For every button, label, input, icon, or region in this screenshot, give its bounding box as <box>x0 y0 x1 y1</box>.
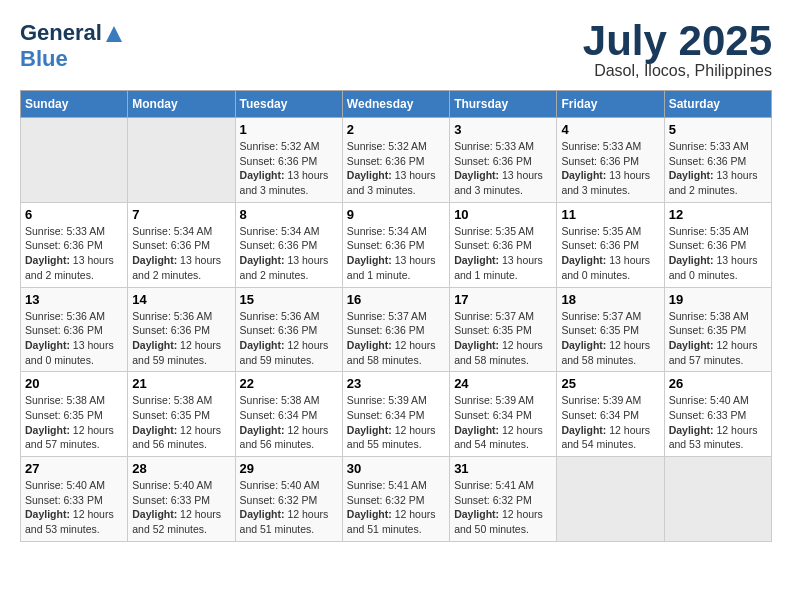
day-info: Sunrise: 5:33 AMSunset: 6:36 PMDaylight:… <box>454 139 552 198</box>
calendar-cell <box>664 457 771 542</box>
calendar-table: SundayMondayTuesdayWednesdayThursdayFrid… <box>20 90 772 542</box>
day-info: Sunrise: 5:35 AMSunset: 6:36 PMDaylight:… <box>561 224 659 283</box>
calendar-cell <box>557 457 664 542</box>
weekday-header-friday: Friday <box>557 91 664 118</box>
calendar-cell: 5Sunrise: 5:33 AMSunset: 6:36 PMDaylight… <box>664 118 771 203</box>
day-number: 3 <box>454 122 552 137</box>
calendar-cell: 25Sunrise: 5:39 AMSunset: 6:34 PMDayligh… <box>557 372 664 457</box>
calendar-cell: 30Sunrise: 5:41 AMSunset: 6:32 PMDayligh… <box>342 457 449 542</box>
title-block: July 2025 Dasol, Ilocos, Philippines <box>583 20 772 80</box>
day-info: Sunrise: 5:38 AMSunset: 6:35 PMDaylight:… <box>669 309 767 368</box>
day-number: 4 <box>561 122 659 137</box>
calendar-cell: 29Sunrise: 5:40 AMSunset: 6:32 PMDayligh… <box>235 457 342 542</box>
day-number: 1 <box>240 122 338 137</box>
weekday-header-tuesday: Tuesday <box>235 91 342 118</box>
day-number: 26 <box>669 376 767 391</box>
calendar-cell: 23Sunrise: 5:39 AMSunset: 6:34 PMDayligh… <box>342 372 449 457</box>
weekday-header-row: SundayMondayTuesdayWednesdayThursdayFrid… <box>21 91 772 118</box>
calendar-cell: 13Sunrise: 5:36 AMSunset: 6:36 PMDayligh… <box>21 287 128 372</box>
calendar-cell: 3Sunrise: 5:33 AMSunset: 6:36 PMDaylight… <box>450 118 557 203</box>
day-number: 6 <box>25 207 123 222</box>
day-info: Sunrise: 5:32 AMSunset: 6:36 PMDaylight:… <box>240 139 338 198</box>
day-info: Sunrise: 5:41 AMSunset: 6:32 PMDaylight:… <box>454 478 552 537</box>
day-number: 31 <box>454 461 552 476</box>
day-number: 7 <box>132 207 230 222</box>
day-number: 20 <box>25 376 123 391</box>
day-info: Sunrise: 5:33 AMSunset: 6:36 PMDaylight:… <box>561 139 659 198</box>
calendar-cell: 15Sunrise: 5:36 AMSunset: 6:36 PMDayligh… <box>235 287 342 372</box>
day-info: Sunrise: 5:36 AMSunset: 6:36 PMDaylight:… <box>240 309 338 368</box>
calendar-cell: 22Sunrise: 5:38 AMSunset: 6:34 PMDayligh… <box>235 372 342 457</box>
day-info: Sunrise: 5:34 AMSunset: 6:36 PMDaylight:… <box>240 224 338 283</box>
calendar-cell: 24Sunrise: 5:39 AMSunset: 6:34 PMDayligh… <box>450 372 557 457</box>
week-row-2: 6Sunrise: 5:33 AMSunset: 6:36 PMDaylight… <box>21 202 772 287</box>
weekday-header-saturday: Saturday <box>664 91 771 118</box>
calendar-cell: 7Sunrise: 5:34 AMSunset: 6:36 PMDaylight… <box>128 202 235 287</box>
calendar-cell: 19Sunrise: 5:38 AMSunset: 6:35 PMDayligh… <box>664 287 771 372</box>
day-info: Sunrise: 5:40 AMSunset: 6:32 PMDaylight:… <box>240 478 338 537</box>
logo-icon <box>104 24 124 44</box>
calendar-cell: 8Sunrise: 5:34 AMSunset: 6:36 PMDaylight… <box>235 202 342 287</box>
page-header: General Blue July 2025 Dasol, Ilocos, Ph… <box>20 20 772 80</box>
day-info: Sunrise: 5:39 AMSunset: 6:34 PMDaylight:… <box>454 393 552 452</box>
day-number: 23 <box>347 376 445 391</box>
day-info: Sunrise: 5:34 AMSunset: 6:36 PMDaylight:… <box>132 224 230 283</box>
day-number: 24 <box>454 376 552 391</box>
day-info: Sunrise: 5:40 AMSunset: 6:33 PMDaylight:… <box>25 478 123 537</box>
day-info: Sunrise: 5:32 AMSunset: 6:36 PMDaylight:… <box>347 139 445 198</box>
weekday-header-thursday: Thursday <box>450 91 557 118</box>
day-number: 8 <box>240 207 338 222</box>
calendar-cell: 27Sunrise: 5:40 AMSunset: 6:33 PMDayligh… <box>21 457 128 542</box>
day-info: Sunrise: 5:39 AMSunset: 6:34 PMDaylight:… <box>347 393 445 452</box>
calendar-cell <box>21 118 128 203</box>
calendar-cell: 14Sunrise: 5:36 AMSunset: 6:36 PMDayligh… <box>128 287 235 372</box>
calendar-cell: 26Sunrise: 5:40 AMSunset: 6:33 PMDayligh… <box>664 372 771 457</box>
calendar-cell: 12Sunrise: 5:35 AMSunset: 6:36 PMDayligh… <box>664 202 771 287</box>
day-info: Sunrise: 5:34 AMSunset: 6:36 PMDaylight:… <box>347 224 445 283</box>
weekday-header-monday: Monday <box>128 91 235 118</box>
day-info: Sunrise: 5:39 AMSunset: 6:34 PMDaylight:… <box>561 393 659 452</box>
day-number: 19 <box>669 292 767 307</box>
day-number: 17 <box>454 292 552 307</box>
calendar-cell: 17Sunrise: 5:37 AMSunset: 6:35 PMDayligh… <box>450 287 557 372</box>
day-info: Sunrise: 5:40 AMSunset: 6:33 PMDaylight:… <box>669 393 767 452</box>
week-row-3: 13Sunrise: 5:36 AMSunset: 6:36 PMDayligh… <box>21 287 772 372</box>
day-info: Sunrise: 5:36 AMSunset: 6:36 PMDaylight:… <box>25 309 123 368</box>
day-info: Sunrise: 5:36 AMSunset: 6:36 PMDaylight:… <box>132 309 230 368</box>
day-info: Sunrise: 5:38 AMSunset: 6:35 PMDaylight:… <box>132 393 230 452</box>
calendar-cell: 18Sunrise: 5:37 AMSunset: 6:35 PMDayligh… <box>557 287 664 372</box>
day-number: 5 <box>669 122 767 137</box>
page-title: July 2025 <box>583 20 772 62</box>
day-number: 29 <box>240 461 338 476</box>
calendar-cell <box>128 118 235 203</box>
svg-marker-0 <box>106 26 122 42</box>
logo-blue-text: Blue <box>20 46 68 72</box>
day-info: Sunrise: 5:40 AMSunset: 6:33 PMDaylight:… <box>132 478 230 537</box>
day-number: 21 <box>132 376 230 391</box>
calendar-cell: 1Sunrise: 5:32 AMSunset: 6:36 PMDaylight… <box>235 118 342 203</box>
calendar-cell: 6Sunrise: 5:33 AMSunset: 6:36 PMDaylight… <box>21 202 128 287</box>
day-info: Sunrise: 5:33 AMSunset: 6:36 PMDaylight:… <box>669 139 767 198</box>
logo-general-text: General <box>20 20 102 46</box>
day-number: 16 <box>347 292 445 307</box>
calendar-cell: 9Sunrise: 5:34 AMSunset: 6:36 PMDaylight… <box>342 202 449 287</box>
day-info: Sunrise: 5:37 AMSunset: 6:36 PMDaylight:… <box>347 309 445 368</box>
day-number: 13 <box>25 292 123 307</box>
day-number: 14 <box>132 292 230 307</box>
day-number: 18 <box>561 292 659 307</box>
logo: General Blue <box>20 20 124 72</box>
day-number: 12 <box>669 207 767 222</box>
week-row-4: 20Sunrise: 5:38 AMSunset: 6:35 PMDayligh… <box>21 372 772 457</box>
day-number: 11 <box>561 207 659 222</box>
day-number: 22 <box>240 376 338 391</box>
calendar-cell: 20Sunrise: 5:38 AMSunset: 6:35 PMDayligh… <box>21 372 128 457</box>
day-number: 27 <box>25 461 123 476</box>
day-number: 10 <box>454 207 552 222</box>
day-number: 15 <box>240 292 338 307</box>
day-info: Sunrise: 5:41 AMSunset: 6:32 PMDaylight:… <box>347 478 445 537</box>
day-number: 2 <box>347 122 445 137</box>
day-number: 30 <box>347 461 445 476</box>
day-info: Sunrise: 5:37 AMSunset: 6:35 PMDaylight:… <box>561 309 659 368</box>
day-info: Sunrise: 5:33 AMSunset: 6:36 PMDaylight:… <box>25 224 123 283</box>
calendar-cell: 16Sunrise: 5:37 AMSunset: 6:36 PMDayligh… <box>342 287 449 372</box>
